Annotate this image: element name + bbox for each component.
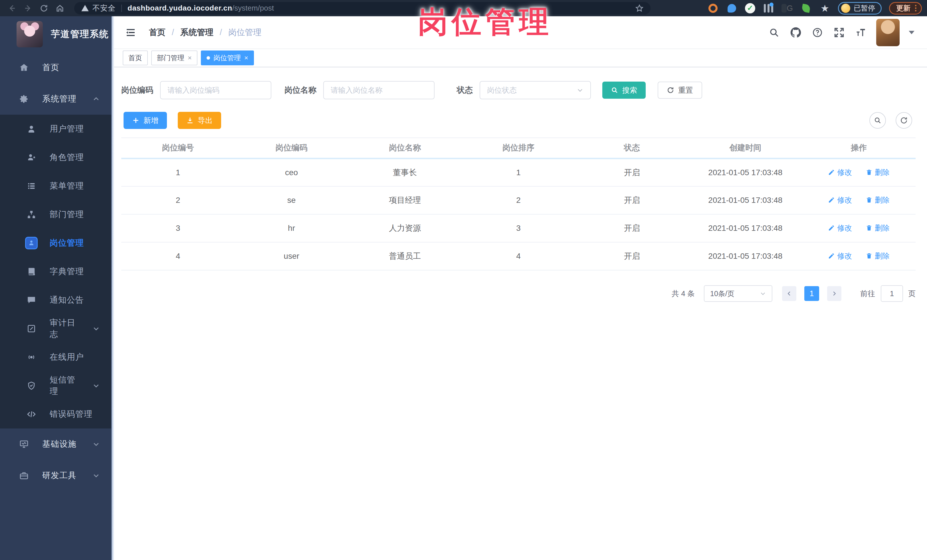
orange-ring-icon[interactable] xyxy=(707,3,719,14)
sliders-icon[interactable] xyxy=(763,3,774,14)
app-logo-row[interactable]: 芋道管理系统 xyxy=(0,16,111,52)
dark-card-icon[interactable]: G xyxy=(781,3,793,14)
table-row: 2 se 项目经理 2 开启 2021-01-05 17:03:48 修改 删除 xyxy=(121,186,916,214)
edit-link[interactable]: 修改 xyxy=(828,223,852,233)
url-divider xyxy=(121,5,122,12)
sprout-icon[interactable] xyxy=(800,3,812,14)
page-number-active[interactable]: 1 xyxy=(804,286,819,301)
close-icon[interactable]: × xyxy=(244,55,248,61)
green-check-icon[interactable]: ✓ xyxy=(745,3,755,14)
add-button[interactable]: 新增 xyxy=(123,112,167,129)
edit-link[interactable]: 修改 xyxy=(828,251,852,261)
table-row: 1 ceo 董事长 1 开启 2021-01-05 17:03:48 修改 删除 xyxy=(121,158,916,186)
col-post-sort: 岗位排序 xyxy=(462,138,575,158)
refresh-table-button[interactable] xyxy=(896,112,912,129)
delete-link[interactable]: 删除 xyxy=(866,223,890,233)
page-size-select[interactable]: 10条/页 xyxy=(704,285,772,302)
app-logo xyxy=(17,21,43,47)
table-row: 3 hr 人力资源 3 开启 2021-01-05 17:03:48 修改 删除 xyxy=(121,214,916,242)
font-size-icon[interactable] xyxy=(854,26,867,39)
pencil-icon xyxy=(828,225,835,231)
sidebar-scrollbar[interactable] xyxy=(111,16,114,560)
goto-page-input[interactable] xyxy=(881,285,903,302)
next-page-button[interactable] xyxy=(827,286,841,301)
status-select[interactable]: 岗位状态 xyxy=(480,81,591,99)
pencil-icon xyxy=(828,197,835,203)
tab-posts[interactable]: 岗位管理 × xyxy=(201,50,254,65)
help-icon[interactable] xyxy=(811,26,824,39)
puzzle-icon[interactable]: ★ xyxy=(819,3,831,14)
chevron-down-icon xyxy=(760,290,766,297)
col-post-id: 岗位编号 xyxy=(121,138,235,158)
close-icon[interactable]: × xyxy=(188,55,192,61)
browser-menu-icon[interactable] xyxy=(915,5,916,11)
prev-page-button[interactable] xyxy=(782,286,796,301)
app-header: 首页 系统管理 岗位管理 xyxy=(114,16,927,49)
forward-icon[interactable] xyxy=(20,2,36,15)
user-avatar[interactable] xyxy=(876,19,900,46)
announcement-icon xyxy=(25,294,38,307)
sidebar-item-dictionary[interactable]: 字典管理 xyxy=(0,257,111,286)
emoji-paused-icon xyxy=(841,4,850,13)
sidebar-item-audit-log[interactable]: 审计日志 xyxy=(0,314,111,343)
infrastructure-icon xyxy=(18,438,30,451)
home-icon xyxy=(18,61,30,74)
sidebar-item-users[interactable]: 用户管理 xyxy=(0,115,111,143)
col-post-code: 岗位编码 xyxy=(235,138,348,158)
trash-icon xyxy=(866,197,872,203)
location-pin-icon[interactable] xyxy=(726,3,737,14)
col-created: 创建时间 xyxy=(689,138,802,158)
address-bar[interactable]: 不安全 dashboard.yudao.iocoder.cn /system/p… xyxy=(74,2,650,15)
delete-link[interactable]: 删除 xyxy=(866,167,890,178)
pencil-icon xyxy=(828,169,835,176)
github-icon[interactable] xyxy=(789,26,802,39)
post-code-input[interactable] xyxy=(160,81,271,99)
sidebar-item-infrastructure[interactable]: 基础设施 xyxy=(0,428,111,460)
toggle-search-button[interactable] xyxy=(869,112,886,129)
delete-link[interactable]: 删除 xyxy=(866,195,890,205)
sidebar-item-error-codes[interactable]: 错误码管理 xyxy=(0,400,111,428)
chevron-down-icon xyxy=(93,472,100,479)
download-icon xyxy=(186,117,194,124)
tab-departments[interactable]: 部门管理 × xyxy=(151,50,198,65)
back-icon[interactable] xyxy=(4,2,20,15)
security-warning-icon[interactable] xyxy=(81,4,89,12)
browser-chrome: 不安全 dashboard.yudao.iocoder.cn /system/p… xyxy=(0,0,927,16)
sidebar-item-menus[interactable]: 菜单管理 xyxy=(0,172,111,200)
home-nav-icon[interactable] xyxy=(52,2,68,15)
avatar-caret-icon[interactable] xyxy=(909,31,915,34)
user-icon xyxy=(25,123,38,135)
table-row: 4 user 普通员工 4 开启 2021-01-05 17:03:48 修改 … xyxy=(121,242,916,270)
sidebar-item-posts[interactable]: 岗位管理 xyxy=(0,229,111,257)
reset-button[interactable]: 重置 xyxy=(658,82,702,99)
sidebar-item-dev-tools[interactable]: 研发工具 xyxy=(0,460,111,491)
bookmark-star-icon[interactable] xyxy=(635,4,644,12)
breadcrumb-home[interactable]: 首页 xyxy=(149,27,166,38)
sidebar-item-announcements[interactable]: 通知公告 xyxy=(0,286,111,314)
url-host: dashboard.yudao.iocoder.cn xyxy=(128,4,232,12)
pencil-icon xyxy=(828,252,835,260)
search-button[interactable]: 搜索 xyxy=(602,82,646,99)
sidebar-item-home[interactable]: 首页 xyxy=(0,52,111,83)
reload-icon[interactable] xyxy=(36,2,52,15)
page-content: 岗位编码 岗位名称 状态 岗位状态 搜索 重置 xyxy=(114,67,927,560)
org-icon xyxy=(25,208,38,221)
hamburger-icon[interactable] xyxy=(123,24,139,41)
breadcrumb-system[interactable]: 系统管理 xyxy=(166,27,213,38)
search-icon[interactable] xyxy=(768,26,780,39)
paused-extension-pill[interactable]: 已暂停 xyxy=(838,2,881,15)
sidebar-item-sms[interactable]: 短信管理 xyxy=(0,372,111,400)
edit-link[interactable]: 修改 xyxy=(828,167,852,178)
sidebar-item-online-users[interactable]: 在线用户 xyxy=(0,343,111,372)
edit-link[interactable]: 修改 xyxy=(828,195,852,205)
browser-update-button[interactable]: 更新 xyxy=(889,2,922,15)
sidebar-item-roles[interactable]: 角色管理 xyxy=(0,143,111,172)
sidebar-item-system[interactable]: 系统管理 xyxy=(0,83,111,115)
post-name-input[interactable] xyxy=(323,81,435,99)
delete-link[interactable]: 删除 xyxy=(866,251,890,261)
fullscreen-icon[interactable] xyxy=(833,26,845,39)
audit-log-icon xyxy=(25,322,38,335)
sidebar-item-departments[interactable]: 部门管理 xyxy=(0,200,111,229)
export-button[interactable]: 导出 xyxy=(178,112,221,129)
tab-home[interactable]: 首页 xyxy=(123,50,148,65)
